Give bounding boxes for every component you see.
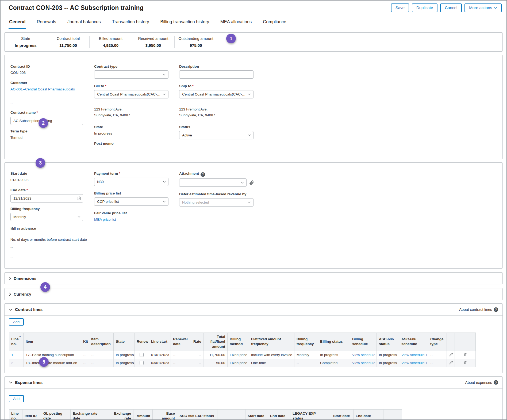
days-before-value-2: -- <box>10 255 94 260</box>
tab-bar: General Renewals Journal balances Transa… <box>1 15 506 29</box>
billing-frequency-field: Billing frequency Monthly <box>10 207 94 221</box>
cell-flat-fixed-amount-frequency: One-time <box>249 359 294 367</box>
summary-contract-total: Contract total 11,750.00 <box>47 36 90 48</box>
contract-name-field: Contract name* <box>10 110 94 125</box>
payment-term-label: Payment term <box>94 171 118 175</box>
terms-column-3: Attachment? Defer estimated time-based r… <box>179 171 497 260</box>
customer-link[interactable]: AC-001--Central Coast Pharmaceuticals <box>10 87 75 91</box>
asc606-schedule-link[interactable]: View schedule 1 <box>401 361 428 365</box>
cancel-button[interactable]: Cancel <box>440 3 462 12</box>
attachment-select[interactable] <box>179 178 247 187</box>
contract-type-select[interactable] <box>94 70 168 79</box>
col-flat-fixed-amount-frequency: Flat/fixed amount frequency <box>249 333 294 351</box>
contract-id-label: Contract ID <box>10 64 94 69</box>
col-rate: Rate <box>191 333 203 351</box>
term-type-field: Term type Termed <box>10 129 94 140</box>
edit-line-button[interactable] <box>447 351 455 359</box>
help-icon[interactable]: ? <box>494 307 498 312</box>
step-badge-1: 1 <box>226 34 236 43</box>
tab-mea-allocations[interactable]: MEA allocations <box>220 15 252 29</box>
status-label: Status <box>179 125 497 129</box>
contract-line-row: 1 17--Basic training subscription -- -- … <box>9 351 476 359</box>
calendar-icon[interactable] <box>76 196 81 201</box>
delete-line-button[interactable] <box>455 351 476 359</box>
tab-compliance[interactable]: Compliance <box>262 15 287 29</box>
col-renewal-date: Renewal date <box>171 333 191 351</box>
currency-section-toggle[interactable]: Currency <box>4 288 503 300</box>
line-no-link[interactable]: 1 <box>11 353 13 357</box>
billing-schedule-link[interactable]: View schedule <box>352 353 375 357</box>
cell-rate: -- <box>191 351 203 359</box>
line-no-link[interactable]: 2 <box>11 361 13 365</box>
col-line-no[interactable]: Line no.▲ <box>9 333 24 351</box>
ship-to-select[interactable]: Central Coast Pharmaceuticals(CAC-001) <box>179 90 253 98</box>
end-date-input[interactable] <box>10 194 83 203</box>
help-icon[interactable]: ? <box>494 380 498 385</box>
expense-lines-toggle[interactable]: Expense lines <box>9 380 43 385</box>
dimensions-section-toggle[interactable]: Dimensions <box>4 272 503 284</box>
cell-item-description: -- <box>89 351 114 359</box>
help-icon[interactable]: ? <box>201 172 205 177</box>
tab-journal-balances[interactable]: Journal balances <box>67 15 101 29</box>
asc606-schedule-link[interactable]: View schedule 1 <box>401 353 428 357</box>
fair-value-price-list-link[interactable]: MEA price list <box>94 217 116 222</box>
payment-term-select[interactable]: N30 <box>94 178 168 186</box>
add-expense-line-button[interactable]: Add <box>9 395 24 402</box>
bill-to-address-line2: Sunnyvale, CA, 94087 <box>94 112 179 118</box>
tab-billing-transaction-history[interactable]: Billing transaction history <box>160 15 210 29</box>
billing-schedule-link[interactable]: View schedule <box>352 361 375 365</box>
contract-id-value: CON-203 <box>10 70 94 75</box>
contract-lines-body: Add Line no.▲ Item Kit Item description … <box>5 316 502 373</box>
chevron-down-icon <box>163 93 166 95</box>
chevron-right-icon <box>9 292 11 296</box>
edit-line-button[interactable] <box>447 359 455 367</box>
chevron-down-icon <box>494 7 497 9</box>
chevron-right-icon <box>9 277 11 280</box>
more-actions-button[interactable]: More actions <box>464 3 502 12</box>
tab-transaction-history[interactable]: Transaction history <box>112 15 150 29</box>
renew-checkbox[interactable] <box>140 353 144 357</box>
renew-checkbox[interactable] <box>140 361 144 365</box>
col-line-start: Line start <box>149 333 171 351</box>
tab-renewals[interactable]: Renewals <box>36 15 56 29</box>
tab-general[interactable]: General <box>9 15 26 29</box>
currency-label: Currency <box>14 292 31 296</box>
cell-billing-method: Fixed price <box>228 359 249 367</box>
delete-line-button[interactable] <box>455 359 476 367</box>
post-memo-label: Post memo <box>94 141 179 146</box>
defer-revenue-select[interactable]: Nothing selected <box>179 198 253 207</box>
billing-price-list-select[interactable]: CCP price list <box>94 197 168 206</box>
contract-lines-header-row: Line no.▲ Item Kit Item description Stat… <box>9 333 476 351</box>
billing-price-list-field: Billing price list CCP price list <box>94 191 179 206</box>
days-before-value-1: -- <box>10 245 94 250</box>
col-exchange-rate: Exchange rate <box>108 409 133 420</box>
days-before-label: No. of days or months before contract st… <box>10 238 94 242</box>
description-input[interactable] <box>179 70 253 79</box>
bill-in-advance-heading: Bill in advance <box>10 226 94 231</box>
col-start-date: Start date <box>245 409 268 420</box>
expense-lines-table: Line no. Item ID GL posting date Exchang… <box>9 409 402 420</box>
contract-lines-toggle[interactable]: Contract lines <box>9 307 43 312</box>
chevron-down-icon <box>248 134 251 136</box>
chevron-down-icon <box>163 74 166 75</box>
bill-to-select[interactable]: Central Coast Pharmaceuticals(CAC-001) <box>94 90 168 98</box>
summary-state-label: State <box>6 36 45 41</box>
sort-asc-icon: ▲ <box>19 335 21 338</box>
cell-renewal-date: -- <box>171 351 191 359</box>
contract-lines-header: Contract lines About contract lines ? <box>5 304 502 316</box>
col-kit: Kit <box>81 333 89 351</box>
col-asc606-schedule: ASC-606 schedule <box>399 333 428 351</box>
paperclip-icon[interactable] <box>249 180 254 185</box>
chevron-down-icon <box>241 182 244 184</box>
status-select[interactable]: Active <box>179 131 253 139</box>
bill-to-field: Bill to* Central Coast Pharmaceuticals(C… <box>94 84 179 98</box>
col-delete <box>455 333 476 351</box>
add-contract-line-button[interactable]: Add <box>9 318 24 326</box>
summary-received-amount: Received amount 3,950.00 <box>132 36 175 48</box>
save-button[interactable]: Save <box>391 3 409 12</box>
step-badge-5: 5 <box>39 357 49 367</box>
duplicate-button[interactable]: Duplicate <box>412 3 438 12</box>
cell-renewal-date: -- <box>171 359 191 367</box>
billing-frequency-select[interactable]: Monthly <box>10 213 83 221</box>
col-asc606-exp-status: ASC-606 EXP status <box>177 409 217 420</box>
